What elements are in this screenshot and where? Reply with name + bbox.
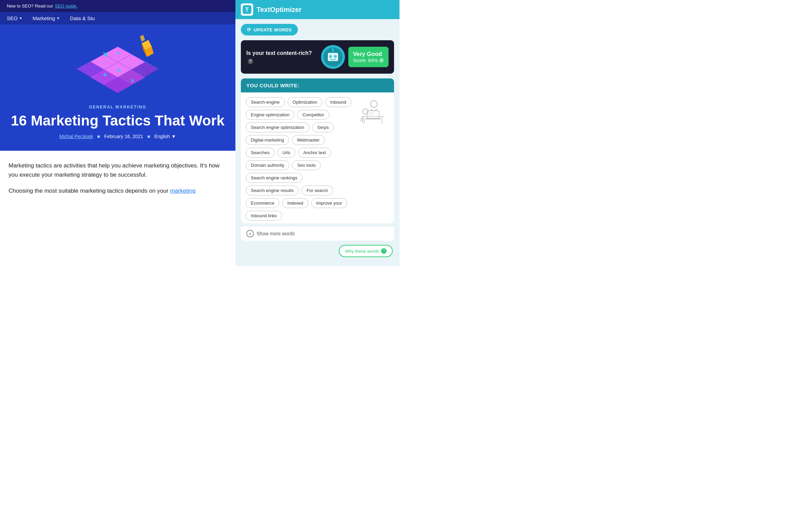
svg-point-30 [335, 56, 336, 57]
marketing-arrow-icon: ▼ [56, 16, 60, 20]
word-tag[interactable]: Searches [246, 148, 275, 158]
svg-rect-35 [364, 117, 365, 124]
seo-guide-link[interactable]: SEO guide. [55, 3, 78, 9]
word-tag[interactable]: Engine optimization [246, 110, 294, 120]
svg-point-29 [330, 56, 331, 57]
word-tag[interactable]: Indexed [282, 198, 308, 208]
hero-section: ✕ ✕ ✕ + + GENERAL MARKETING 16 Marketing… [0, 25, 235, 151]
article-date: February 16, 2021 [104, 134, 143, 139]
update-words-button[interactable]: ⟳ UPDATE WORDS [241, 24, 298, 35]
word-tag[interactable]: Seo tools [292, 160, 321, 170]
article-author[interactable]: Michal Pecánek [59, 134, 93, 139]
refresh-icon: ⟳ [247, 27, 251, 32]
svg-text:✕: ✕ [130, 78, 134, 84]
nav-marketing[interactable]: Marketing ▼ [33, 15, 60, 21]
marketing-link[interactable]: marketing [170, 188, 195, 194]
word-tag[interactable]: Serps [312, 122, 334, 132]
lang-arrow-icon: ▼ [171, 134, 176, 139]
word-tag[interactable]: Urls [277, 148, 295, 158]
svg-rect-38 [365, 118, 381, 119]
svg-point-32 [332, 48, 334, 50]
svg-rect-34 [362, 116, 384, 117]
score-card: Is your text content-rich? ? [241, 40, 394, 74]
why-words-button[interactable]: Why these words ? [339, 245, 393, 257]
content-paragraph-1: Marketing tactics are activities that he… [9, 161, 227, 179]
svg-rect-36 [381, 117, 382, 124]
could-write-section: YOU COULD WRITE: [241, 78, 394, 257]
score-value-question-icon[interactable]: ? [379, 58, 384, 63]
svg-text:✕: ✕ [102, 51, 108, 58]
word-tag[interactable]: Search-engine [246, 97, 285, 107]
could-write-title: YOU COULD WRITE: [246, 83, 389, 88]
show-more-button[interactable]: ∨ Show more words [241, 226, 394, 241]
svg-text:✕: ✕ [117, 68, 121, 73]
article-category: GENERAL MARKETING [89, 105, 146, 109]
nav-data[interactable]: Data & Stu [70, 15, 95, 21]
seo-arrow-icon: ▼ [19, 16, 23, 20]
optimizer-title: TextOptimizer [257, 6, 302, 14]
svg-point-33 [371, 101, 377, 107]
optimizer-header: T TextOptimizer [235, 0, 400, 19]
word-tag[interactable]: Domain authority [246, 160, 289, 170]
hero-illustration: ✕ ✕ ✕ + + [75, 35, 160, 101]
article-meta: Michal Pecánek ■ February 16, 2021 ■ Eng… [59, 134, 176, 139]
optimizer-logo: T [241, 3, 253, 16]
svg-marker-22 [140, 35, 145, 42]
word-tag[interactable]: Webmaster [292, 135, 325, 145]
nav-seo[interactable]: SEO ▼ [7, 15, 23, 21]
words-container: Search-engineOptimizationInboundEngine o… [241, 92, 394, 223]
word-tag[interactable]: Ecommerce [246, 198, 279, 208]
word-tag[interactable]: Optimization [288, 97, 322, 107]
word-tag[interactable]: For search [302, 186, 333, 195]
meta-separator-2: ■ [147, 134, 150, 139]
word-tag[interactable]: Anchor text [298, 148, 331, 158]
chevron-down-icon: ∨ [246, 230, 254, 237]
website-panel: New to SEO? Read our SEO guide. SEO ▼ Ma… [0, 0, 235, 266]
score-question-icon[interactable]: ? [248, 59, 253, 64]
score-label: Very Good [353, 51, 384, 58]
svg-text:T: T [245, 7, 249, 13]
word-tag[interactable]: Digital-marketing [246, 135, 289, 145]
why-words-question-icon: ? [381, 248, 387, 254]
word-tag[interactable]: Search engine results [246, 186, 299, 195]
svg-text:+: + [117, 50, 121, 57]
word-tag[interactable]: Inbound [325, 97, 351, 107]
optimizer-body: ⟳ UPDATE WORDS Is your text content-rich… [235, 19, 400, 266]
robot-avatar [321, 45, 345, 69]
nav-bar: SEO ▼ Marketing ▼ Data & Stu [0, 12, 235, 25]
word-tags: Search-engineOptimizationInboundEngine o… [246, 97, 352, 221]
words-illustration [355, 97, 389, 131]
word-tag[interactable]: Search engine optimization [246, 122, 309, 132]
top-bar: New to SEO? Read our SEO guide. [0, 0, 235, 12]
optimizer-panel: T TextOptimizer ⟳ UPDATE WORDS Is your t… [235, 0, 400, 266]
word-tag[interactable]: Search engine rankings [246, 173, 303, 183]
content-section: Marketing tactics are activities that he… [0, 151, 235, 213]
language-selector[interactable]: English ▼ [154, 134, 176, 139]
could-write-header: YOU COULD WRITE: [241, 78, 394, 92]
word-tag[interactable]: Competitor [297, 110, 329, 120]
content-paragraph-2: Choosing the most suitable marketing tac… [9, 186, 227, 195]
meta-separator-1: ■ [97, 134, 100, 139]
score-value: Score: 84% ? [353, 58, 384, 63]
topbar-text: New to SEO? Read our [7, 3, 53, 9]
article-title: 16 Marketing Tactics That Work [11, 113, 224, 129]
svg-text:+: + [103, 71, 107, 79]
word-tag[interactable]: Improve your [311, 198, 347, 208]
score-badge: Very Good Score: 84% ? [348, 47, 389, 67]
word-tag[interactable]: Inbound links [246, 211, 282, 221]
score-card-question: Is your text content-rich? ? [246, 49, 318, 65]
